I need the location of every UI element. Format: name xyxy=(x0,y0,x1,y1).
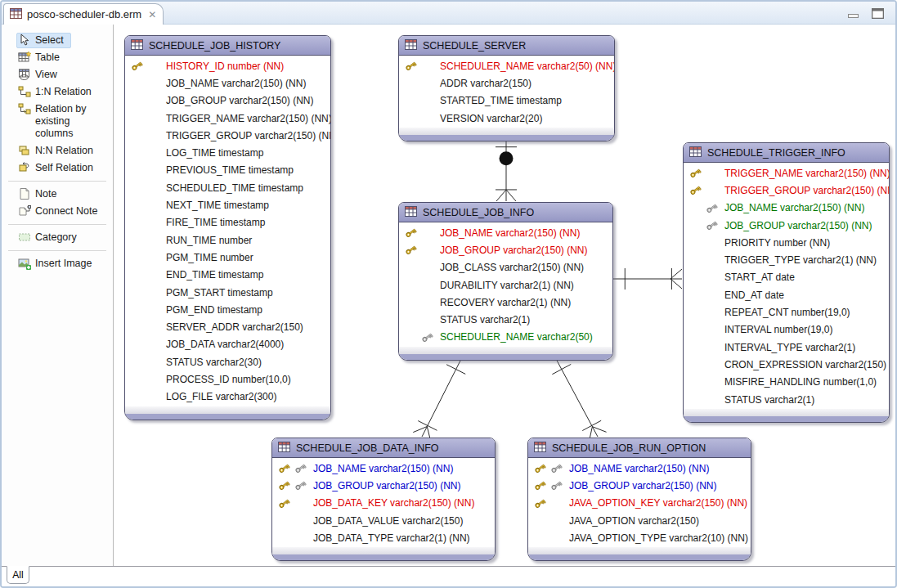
note-icon xyxy=(18,187,31,200)
column-job-group[interactable]: JOB_GROUP varchar2(150) (NN) xyxy=(399,241,612,258)
column-fire-time[interactable]: FIRE_TIME timestamp xyxy=(125,214,330,231)
palette-item-1-n-relation[interactable]: 1:N Relation xyxy=(16,84,95,100)
tab-close-icon[interactable]: ✕ xyxy=(146,9,156,20)
palette-item-self-relation[interactable]: Self Relation xyxy=(16,160,96,176)
column-pgm-end[interactable]: PGM_END timestamp xyxy=(125,301,330,318)
entity-header[interactable]: SCHEDULE_JOB_DATA_INFO xyxy=(272,438,495,458)
column-trigger-group[interactable]: TRIGGER_GROUP varchar2(150) (NN) xyxy=(125,127,330,144)
palette-item-view[interactable]: View xyxy=(16,67,61,83)
entity-schedule-trigger-info[interactable]: SCHEDULE_TRIGGER_INFOTRIGGER_NAME varcha… xyxy=(683,142,890,423)
column-recovery[interactable]: RECOVERY varchar2(1) (NN) xyxy=(399,294,612,311)
column-durability[interactable]: DURABILITY varchar2(1) (NN) xyxy=(399,276,612,294)
column-trigger-group[interactable]: TRIGGER_GROUP varchar2(150) (NN) xyxy=(684,182,889,199)
palette-item-category[interactable]: Category xyxy=(16,230,80,245)
entity-schedule-job-run-option[interactable]: SCHEDULE_JOB_RUN_OPTIONJOB_NAME varchar2… xyxy=(527,438,751,561)
column-pgm-time[interactable]: PGM_TIME number xyxy=(125,249,330,266)
column-text: STATUS varchar2(1) xyxy=(440,314,530,325)
column-server-addr[interactable]: SERVER_ADDR varchar2(150) xyxy=(125,318,330,335)
column-text: SERVER_ADDR varchar2(150) xyxy=(166,321,303,333)
column-log-time[interactable]: LOG_TIME timestamp xyxy=(125,144,330,161)
maximize-icon[interactable] xyxy=(872,7,884,22)
column-start-at[interactable]: START_AT date xyxy=(684,269,889,286)
column-log-file[interactable]: LOG_FILE varchar2(300) xyxy=(125,388,330,406)
editor-tab[interactable]: posco-scheduler-db.erm ✕ xyxy=(3,3,164,25)
column-job-group[interactable]: JOB_GROUP varchar2(150) (NN) xyxy=(684,217,889,234)
column-job-name[interactable]: JOB_NAME varchar2(150) (NN) xyxy=(399,224,612,241)
column-text: JOB_NAME varchar2(150) (NN) xyxy=(440,227,580,239)
column-java-option[interactable]: JAVA_OPTION varchar2(150) xyxy=(528,512,751,529)
entity-schedule-job-info[interactable]: SCHEDULE_JOB_INFOJOB_NAME varchar2(150) … xyxy=(398,202,613,361)
column-job-group[interactable]: JOB_GROUP varchar2(150) (NN) xyxy=(528,477,751,494)
column-job-group[interactable]: JOB_GROUP varchar2(150) (NN) xyxy=(272,477,495,494)
palette-divider xyxy=(8,181,106,182)
entity-header[interactable]: SCHEDULE_TRIGGER_INFO xyxy=(684,143,889,163)
column-previous-time[interactable]: PREVIOUS_TIME timestamp xyxy=(125,162,330,179)
column-repeat-cnt[interactable]: REPEAT_CNT number(19,0) xyxy=(684,303,889,321)
palette-item-relation-by-existing-columns[interactable]: Relation by existing columns xyxy=(16,101,108,141)
column-job-data-value[interactable]: JOB_DATA_VALUE varchar2(150) xyxy=(272,512,495,529)
column-trigger-type[interactable]: TRIGGER_TYPE varchar2(1) (NN) xyxy=(684,251,889,268)
column-end-time[interactable]: END_TIME timestamp xyxy=(125,267,330,284)
column-scheduler-name[interactable]: SCHEDULER_NAME varchar2(50) xyxy=(399,329,612,346)
connect-note-icon xyxy=(18,204,31,218)
column-next-time[interactable]: NEXT_TIME timestamp xyxy=(125,196,330,213)
column-text: SCHEDULER_NAME varchar2(50) (NN) xyxy=(440,61,615,72)
column-job-class[interactable]: JOB_CLASS varchar2(150) (NN) xyxy=(399,259,612,276)
column-job-data-type[interactable]: JOB_DATA_TYPE varchar2(1) (NN) xyxy=(272,529,495,546)
view-icon xyxy=(18,68,31,81)
column-interval-type[interactable]: INTERVAL_TYPE varchar2(1) xyxy=(684,339,889,356)
column-cron-expression[interactable]: CRON_EXPRESSION varchar2(150) xyxy=(684,356,889,373)
column-end-at[interactable]: END_AT date xyxy=(684,286,889,303)
category-tab-all[interactable]: All xyxy=(7,566,29,584)
column-trigger-name[interactable]: TRIGGER_NAME varchar2(150) (NN) xyxy=(125,110,330,127)
column-interval[interactable]: INTERVAL number(19,0) xyxy=(684,321,889,339)
palette-item-select[interactable]: Select xyxy=(16,33,71,48)
column-text: JOB_NAME varchar2(150) (NN) xyxy=(313,463,453,474)
column-history-id[interactable]: HISTORY_ID number (NN) xyxy=(125,57,330,74)
column-job-name[interactable]: JOB_NAME varchar2(150) (NN) xyxy=(125,74,330,92)
column-text: PREVIOUS_TIME timestamp xyxy=(166,164,294,176)
column-misfire-handling[interactable]: MISFIRE_HANDLING number(1,0) xyxy=(684,374,889,391)
entity-schedule-job-data-info[interactable]: SCHEDULE_JOB_DATA_INFOJOB_NAME varchar2(… xyxy=(271,438,496,561)
column-run-time[interactable]: RUN_TIME number xyxy=(125,231,330,249)
minimize-icon[interactable] xyxy=(848,7,859,22)
column-version[interactable]: VERSION varchar2(20) xyxy=(399,110,614,127)
entity-header[interactable]: SCHEDULE_JOB_HISTORY xyxy=(125,36,330,56)
table-icon xyxy=(18,51,31,64)
palette-item-insert-image[interactable]: Insert Image xyxy=(16,256,95,272)
column-process-id[interactable]: PROCESS_ID number(10,0) xyxy=(125,370,330,388)
palette-item-n-n-relation[interactable]: N:N Relation xyxy=(16,143,96,159)
column-job-group[interactable]: JOB_GROUP varchar2(150) (NN) xyxy=(125,92,330,110)
column-pgm-start[interactable]: PGM_START timestamp xyxy=(125,284,330,301)
column-text: JOB_GROUP varchar2(150) (NN) xyxy=(569,480,717,491)
column-status[interactable]: STATUS varchar2(30) xyxy=(125,353,330,370)
column-status[interactable]: STATUS varchar2(1) xyxy=(399,311,612,328)
column-job-data[interactable]: JOB_DATA varchar2(4000) xyxy=(125,336,330,353)
palette-item-connect-note[interactable]: Connect Note xyxy=(16,204,101,219)
column-started-time[interactable]: STARTED_TIME timestamp xyxy=(399,92,614,110)
column-job-name[interactable]: JOB_NAME varchar2(150) (NN) xyxy=(528,460,751,477)
column-text: JOB_DATA_TYPE varchar2(1) (NN) xyxy=(313,532,470,544)
palette-item-label: Note xyxy=(35,188,56,200)
column-text: START_AT date xyxy=(724,272,795,283)
column-status[interactable]: STATUS varchar2(1) xyxy=(684,391,889,408)
column-addr[interactable]: ADDR varchar2(150) xyxy=(399,74,614,92)
column-text: LOG_TIME timestamp xyxy=(166,147,263,159)
entity-header[interactable]: SCHEDULE_JOB_INFO xyxy=(399,203,612,222)
column-job-name[interactable]: JOB_NAME varchar2(150) (NN) xyxy=(272,460,495,477)
column-scheduler-name[interactable]: SCHEDULER_NAME varchar2(50) (NN) xyxy=(399,57,614,74)
entity-schedule-job-history[interactable]: SCHEDULE_JOB_HISTORYHISTORY_ID number (N… xyxy=(124,35,331,420)
column-java-option-type[interactable]: JAVA_OPTION_TYPE varchar2(10) (NN) xyxy=(528,529,751,546)
column-scheduled-time[interactable]: SCHEDULED_TIME timestamp xyxy=(125,179,330,196)
foreign-key-icon xyxy=(550,462,563,474)
palette-item-table[interactable]: Table xyxy=(16,50,63,65)
palette-item-note[interactable]: Note xyxy=(16,186,60,202)
column-job-name[interactable]: JOB_NAME varchar2(150) (NN) xyxy=(684,200,889,217)
entity-header[interactable]: SCHEDULE_JOB_RUN_OPTION xyxy=(528,438,751,458)
column-java-option-key[interactable]: JAVA_OPTION_KEY varchar2(150) (NN) xyxy=(528,495,751,512)
column-priority[interactable]: PRIORITY number (NN) xyxy=(684,234,889,251)
column-trigger-name[interactable]: TRIGGER_NAME varchar2(150) (NN) xyxy=(684,164,889,182)
column-job-data-key[interactable]: JOB_DATA_KEY varchar2(150) (NN) xyxy=(272,495,495,512)
entity-header[interactable]: SCHEDULE_SERVER xyxy=(399,36,614,56)
entity-schedule-server[interactable]: SCHEDULE_SERVERSCHEDULER_NAME varchar2(5… xyxy=(398,35,615,141)
